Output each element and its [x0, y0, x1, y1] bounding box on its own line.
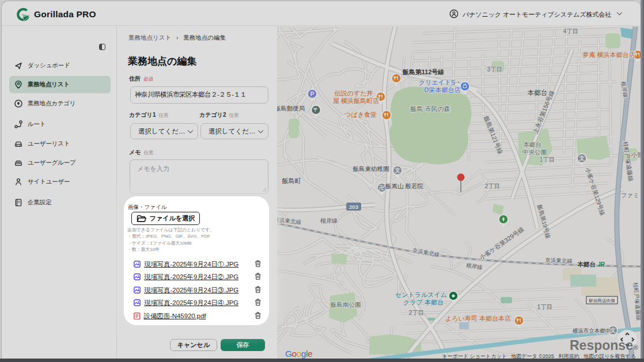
svg-text:クリエイトS・: クリエイトS・: [419, 79, 462, 86]
svg-text:2丁目: 2丁目: [409, 309, 425, 316]
svg-text:飯島郵便局: 飯島郵便局: [277, 105, 305, 112]
svg-text:よろい寿司 本郷台本店: よろい寿司 本郷台本店: [445, 315, 511, 322]
svg-text:文: 文: [395, 167, 400, 173]
svg-text:文: 文: [579, 155, 585, 161]
svg-text:文: 文: [610, 327, 616, 333]
svg-text:P: P: [310, 91, 315, 97]
svg-text:3丁目: 3丁目: [487, 66, 503, 73]
svg-text:JR: JR: [597, 261, 605, 268]
svg-text:京浜東北線: 京浜東北線: [545, 257, 573, 264]
svg-text:つばき食堂: つばき食堂: [344, 111, 377, 118]
svg-text:セントラルスイム: セントラルスイム: [395, 291, 447, 298]
svg-text:横浜市立本郷中: 横浜市立本郷中: [573, 327, 611, 334]
svg-text:小菅: 小菅: [631, 151, 641, 158]
svg-text:伝説のすた丼: 伝説のすた丼: [335, 90, 373, 97]
svg-text:1丁目: 1丁目: [540, 156, 555, 163]
svg-text:飯島第112号線: 飯島第112号線: [402, 68, 445, 75]
svg-text:中央公園: 中央公園: [522, 148, 547, 155]
svg-text:D栄本郷台店: D栄本郷台店: [425, 86, 461, 93]
svg-text:ファミ: ファミ: [621, 192, 639, 199]
svg-text:屋 横浜飯島町店: 屋 横浜飯島町店: [333, 97, 379, 104]
svg-text:飯嵩山 般若院: 飯嵩山 般若院: [385, 182, 423, 189]
svg-text:203: 203: [349, 204, 358, 210]
svg-text:飯島南公園: 飯島南公園: [331, 301, 361, 308]
svg-text:2丁目: 2丁目: [485, 182, 501, 189]
svg-text:本郷台: 本郷台: [528, 89, 548, 96]
svg-text:本郷台: 本郷台: [577, 261, 596, 268]
svg-text:飯島 市民の森: 飯島 市民の森: [410, 105, 450, 112]
svg-text:飯島東幼稚園: 飯島東幼稚園: [353, 165, 389, 172]
svg-text:根岸線: 根岸線: [320, 218, 338, 224]
svg-text:4丁目: 4丁目: [563, 28, 579, 35]
svg-text:〒: 〒: [313, 107, 319, 113]
svg-text:飯島町: 飯島町: [282, 177, 301, 184]
svg-text:夢庵 横浜本郷台店: 夢庵 横浜本郷台店: [582, 51, 635, 58]
svg-text:クラブ 本郷台: クラブ 本郷台: [403, 299, 444, 306]
svg-text:卍: 卍: [380, 185, 385, 190]
svg-text:1丁目: 1丁目: [537, 303, 553, 310]
svg-text:本郷台: 本郷台: [523, 141, 541, 148]
svg-text:駅前商店街側: 駅前商店街側: [589, 298, 615, 303]
